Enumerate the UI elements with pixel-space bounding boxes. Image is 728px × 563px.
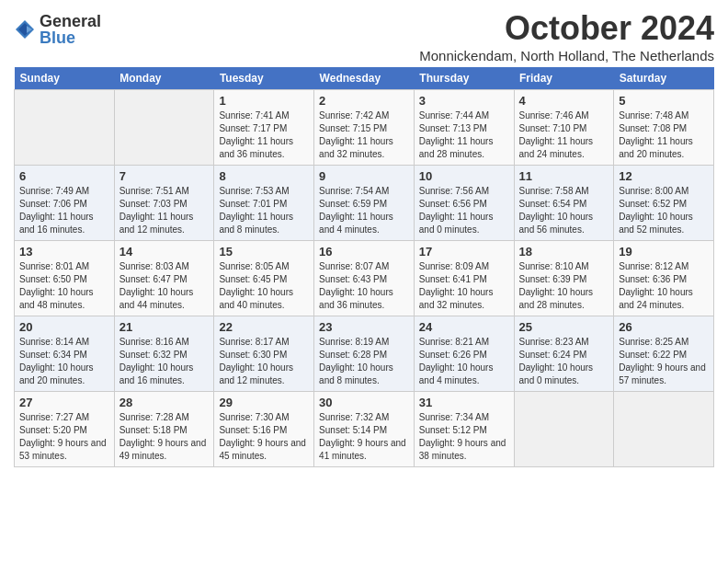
day-number: 17 bbox=[419, 245, 509, 259]
weekday-header-row: SundayMondayTuesdayWednesdayThursdayFrid… bbox=[15, 67, 714, 90]
day-number: 16 bbox=[319, 245, 409, 259]
day-number: 12 bbox=[619, 169, 709, 183]
calendar-cell: 14Sunrise: 8:03 AM Sunset: 6:47 PM Dayli… bbox=[114, 241, 214, 316]
calendar-cell: 7Sunrise: 7:51 AM Sunset: 7:03 PM Daylig… bbox=[114, 166, 214, 241]
calendar-cell: 9Sunrise: 7:54 AM Sunset: 6:59 PM Daylig… bbox=[314, 166, 415, 241]
calendar-cell: 17Sunrise: 8:09 AM Sunset: 6:41 PM Dayli… bbox=[414, 241, 514, 316]
day-info: Sunrise: 7:30 AM Sunset: 5:16 PM Dayligh… bbox=[219, 411, 309, 463]
calendar-cell: 16Sunrise: 8:07 AM Sunset: 6:43 PM Dayli… bbox=[314, 241, 415, 316]
day-info: Sunrise: 7:34 AM Sunset: 5:12 PM Dayligh… bbox=[419, 411, 509, 463]
calendar-week-row: 1Sunrise: 7:41 AM Sunset: 7:17 PM Daylig… bbox=[15, 90, 714, 166]
day-number: 4 bbox=[519, 94, 609, 108]
calendar-cell bbox=[514, 392, 614, 467]
day-number: 26 bbox=[619, 320, 709, 334]
day-number: 29 bbox=[219, 396, 309, 409]
weekday-header: Tuesday bbox=[214, 67, 314, 90]
calendar-cell: 27Sunrise: 7:27 AM Sunset: 5:20 PM Dayli… bbox=[15, 392, 115, 467]
calendar-cell: 29Sunrise: 7:30 AM Sunset: 5:16 PM Dayli… bbox=[214, 392, 314, 467]
day-number: 11 bbox=[519, 169, 609, 183]
day-info: Sunrise: 8:07 AM Sunset: 6:43 PM Dayligh… bbox=[319, 260, 409, 312]
weekday-header: Sunday bbox=[15, 67, 115, 90]
day-number: 30 bbox=[319, 396, 409, 409]
logo-general: General bbox=[40, 13, 101, 29]
calendar-week-row: 27Sunrise: 7:27 AM Sunset: 5:20 PM Dayli… bbox=[15, 392, 714, 467]
logo-blue: Blue bbox=[40, 29, 101, 46]
calendar-cell: 5Sunrise: 7:48 AM Sunset: 7:08 PM Daylig… bbox=[614, 90, 714, 166]
calendar-cell: 4Sunrise: 7:46 AM Sunset: 7:10 PM Daylig… bbox=[514, 90, 614, 166]
weekday-header: Saturday bbox=[614, 67, 714, 90]
calendar-cell: 15Sunrise: 8:05 AM Sunset: 6:45 PM Dayli… bbox=[214, 241, 314, 316]
calendar-cell: 1Sunrise: 7:41 AM Sunset: 7:17 PM Daylig… bbox=[214, 90, 314, 166]
day-info: Sunrise: 7:54 AM Sunset: 6:59 PM Dayligh… bbox=[319, 185, 409, 236]
day-info: Sunrise: 7:48 AM Sunset: 7:08 PM Dayligh… bbox=[619, 109, 709, 161]
day-info: Sunrise: 8:12 AM Sunset: 6:36 PM Dayligh… bbox=[619, 260, 709, 312]
logo: General Blue bbox=[14, 13, 101, 46]
day-number: 21 bbox=[119, 320, 210, 334]
day-info: Sunrise: 7:27 AM Sunset: 5:20 PM Dayligh… bbox=[19, 411, 109, 463]
day-number: 9 bbox=[319, 169, 409, 183]
day-info: Sunrise: 7:56 AM Sunset: 6:56 PM Dayligh… bbox=[419, 185, 509, 236]
day-number: 13 bbox=[19, 245, 109, 259]
day-number: 8 bbox=[219, 169, 309, 183]
calendar-cell: 23Sunrise: 8:19 AM Sunset: 6:28 PM Dayli… bbox=[314, 316, 415, 392]
weekday-header: Wednesday bbox=[314, 67, 415, 90]
day-number: 2 bbox=[319, 94, 409, 108]
day-info: Sunrise: 7:28 AM Sunset: 5:18 PM Dayligh… bbox=[119, 411, 210, 463]
day-info: Sunrise: 7:51 AM Sunset: 7:03 PM Dayligh… bbox=[119, 185, 210, 236]
day-info: Sunrise: 8:23 AM Sunset: 6:24 PM Dayligh… bbox=[519, 336, 609, 387]
calendar-table: SundayMondayTuesdayWednesdayThursdayFrid… bbox=[14, 67, 714, 467]
day-number: 1 bbox=[219, 94, 309, 108]
calendar-cell: 28Sunrise: 7:28 AM Sunset: 5:18 PM Dayli… bbox=[114, 392, 214, 467]
day-info: Sunrise: 8:25 AM Sunset: 6:22 PM Dayligh… bbox=[619, 336, 709, 387]
day-number: 6 bbox=[19, 169, 109, 183]
logo-text: General Blue bbox=[40, 13, 101, 46]
calendar-cell bbox=[114, 90, 214, 166]
calendar-cell: 2Sunrise: 7:42 AM Sunset: 7:15 PM Daylig… bbox=[314, 90, 415, 166]
calendar-cell: 31Sunrise: 7:34 AM Sunset: 5:12 PM Dayli… bbox=[414, 392, 514, 467]
weekday-header: Friday bbox=[514, 67, 614, 90]
day-info: Sunrise: 8:14 AM Sunset: 6:34 PM Dayligh… bbox=[19, 336, 109, 387]
day-info: Sunrise: 8:19 AM Sunset: 6:28 PM Dayligh… bbox=[319, 336, 409, 387]
calendar-cell bbox=[614, 392, 714, 467]
calendar-cell: 12Sunrise: 8:00 AM Sunset: 6:52 PM Dayli… bbox=[614, 166, 714, 241]
day-number: 22 bbox=[219, 320, 309, 334]
calendar-cell: 6Sunrise: 7:49 AM Sunset: 7:06 PM Daylig… bbox=[15, 166, 115, 241]
day-number: 14 bbox=[119, 245, 210, 259]
calendar-cell: 24Sunrise: 8:21 AM Sunset: 6:26 PM Dayli… bbox=[414, 316, 514, 392]
day-number: 24 bbox=[419, 320, 509, 334]
day-number: 15 bbox=[219, 245, 309, 259]
day-info: Sunrise: 8:21 AM Sunset: 6:26 PM Dayligh… bbox=[419, 336, 509, 387]
day-number: 18 bbox=[519, 245, 609, 259]
calendar-cell: 11Sunrise: 7:58 AM Sunset: 6:54 PM Dayli… bbox=[514, 166, 614, 241]
day-info: Sunrise: 7:44 AM Sunset: 7:13 PM Dayligh… bbox=[419, 109, 509, 161]
day-info: Sunrise: 7:32 AM Sunset: 5:14 PM Dayligh… bbox=[319, 411, 409, 463]
location-title: Monnickendam, North Holland, The Netherl… bbox=[419, 48, 714, 63]
calendar-cell: 26Sunrise: 8:25 AM Sunset: 6:22 PM Dayli… bbox=[614, 316, 714, 392]
day-number: 28 bbox=[119, 396, 210, 409]
calendar-week-row: 6Sunrise: 7:49 AM Sunset: 7:06 PM Daylig… bbox=[15, 166, 714, 241]
day-info: Sunrise: 7:58 AM Sunset: 6:54 PM Dayligh… bbox=[519, 185, 609, 236]
calendar-cell: 18Sunrise: 8:10 AM Sunset: 6:39 PM Dayli… bbox=[514, 241, 614, 316]
calendar-week-row: 20Sunrise: 8:14 AM Sunset: 6:34 PM Dayli… bbox=[15, 316, 714, 392]
day-number: 5 bbox=[619, 94, 709, 108]
calendar-cell: 22Sunrise: 8:17 AM Sunset: 6:30 PM Dayli… bbox=[214, 316, 314, 392]
title-block: October 2024 Monnickendam, North Holland… bbox=[419, 9, 714, 63]
calendar-cell: 13Sunrise: 8:01 AM Sunset: 6:50 PM Dayli… bbox=[15, 241, 115, 316]
calendar-cell: 21Sunrise: 8:16 AM Sunset: 6:32 PM Dayli… bbox=[114, 316, 214, 392]
calendar-week-row: 13Sunrise: 8:01 AM Sunset: 6:50 PM Dayli… bbox=[15, 241, 714, 316]
logo-icon bbox=[14, 18, 36, 40]
calendar-cell bbox=[15, 90, 115, 166]
weekday-header: Thursday bbox=[414, 67, 514, 90]
day-number: 27 bbox=[19, 396, 109, 409]
calendar-cell: 19Sunrise: 8:12 AM Sunset: 6:36 PM Dayli… bbox=[614, 241, 714, 316]
day-number: 3 bbox=[419, 94, 509, 108]
day-info: Sunrise: 8:03 AM Sunset: 6:47 PM Dayligh… bbox=[119, 260, 210, 312]
calendar-cell: 10Sunrise: 7:56 AM Sunset: 6:56 PM Dayli… bbox=[414, 166, 514, 241]
day-info: Sunrise: 8:05 AM Sunset: 6:45 PM Dayligh… bbox=[219, 260, 309, 312]
calendar-cell: 8Sunrise: 7:53 AM Sunset: 7:01 PM Daylig… bbox=[214, 166, 314, 241]
day-info: Sunrise: 7:42 AM Sunset: 7:15 PM Dayligh… bbox=[319, 109, 409, 161]
day-number: 20 bbox=[19, 320, 109, 334]
day-info: Sunrise: 8:00 AM Sunset: 6:52 PM Dayligh… bbox=[619, 185, 709, 236]
calendar-cell: 30Sunrise: 7:32 AM Sunset: 5:14 PM Dayli… bbox=[314, 392, 415, 467]
calendar-cell: 20Sunrise: 8:14 AM Sunset: 6:34 PM Dayli… bbox=[15, 316, 115, 392]
